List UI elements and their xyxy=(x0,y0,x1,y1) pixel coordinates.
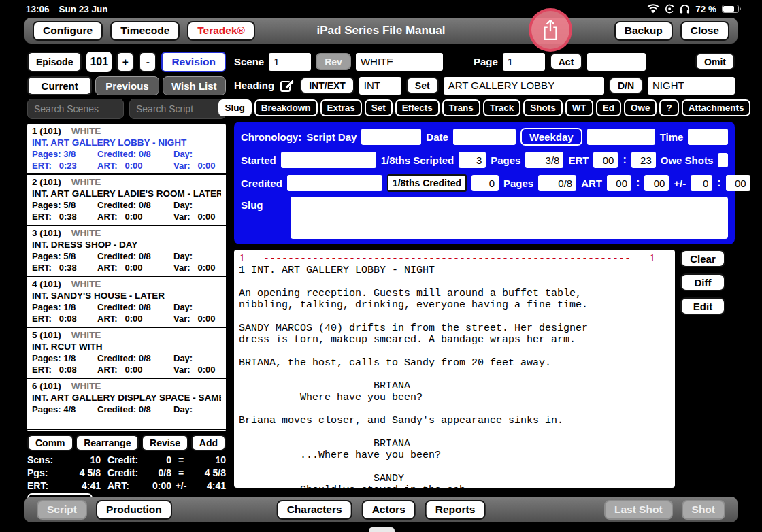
date-field[interactable] xyxy=(453,129,516,145)
clear-button[interactable]: Clear xyxy=(680,250,725,267)
ert-value: 4:41 xyxy=(60,480,101,491)
tab-set[interactable]: Set xyxy=(365,99,393,116)
tab-owe[interactable]: Owe xyxy=(624,99,657,116)
scene-number-field[interactable] xyxy=(269,53,311,71)
scene-var: Var: 0:00 xyxy=(173,160,221,171)
scene-list-item[interactable]: 2 (101)WHITE INT. ART GALLERY LADIE'S RO… xyxy=(27,175,226,226)
rev-color-field[interactable] xyxy=(356,53,443,71)
comm-button[interactable]: Comm xyxy=(27,435,73,451)
omit-button[interactable]: Omit xyxy=(695,53,735,70)
scene-var: Var: 0:00 xyxy=(173,313,221,325)
set-field[interactable] xyxy=(444,77,604,95)
plus-minus-field-1[interactable] xyxy=(691,175,712,191)
search-script-input[interactable] xyxy=(129,99,226,119)
last-shot-button[interactable]: Last Shot xyxy=(604,500,673,520)
tab-extras[interactable]: Extras xyxy=(320,99,362,116)
tab-current[interactable]: Current xyxy=(27,76,92,95)
scene-list-item[interactable]: 5 (101)WHITE INT. RCUT WITH Pages: 1/8Cr… xyxy=(27,328,226,379)
scene-list[interactable]: 1 (101)WHITE INT. ART GALLERY LOBBY - NI… xyxy=(27,124,226,431)
tab-slug[interactable]: Slug xyxy=(218,99,252,116)
scene-day: Day: xyxy=(173,301,221,313)
act-button[interactable]: Act xyxy=(550,53,583,70)
shot-button[interactable]: Shot xyxy=(682,500,725,520)
scene-art: ART: 0:00 xyxy=(97,262,173,273)
totals-scenes-row: Scns: 10 Credit: 0 = 10 xyxy=(27,454,226,465)
art-hours-field[interactable] xyxy=(607,175,631,191)
actors-button[interactable]: Actors xyxy=(362,500,416,520)
tab-effects[interactable]: Effects xyxy=(395,99,440,116)
rearrange-button[interactable]: Rearrange xyxy=(76,435,139,451)
totals-ert-row: ERT: 4:41 ART: 0:00 +/- 4:41 xyxy=(27,480,226,491)
revision-button[interactable]: Revision xyxy=(161,52,226,72)
colon-separator: : xyxy=(717,177,720,189)
episode-minus-button[interactable]: - xyxy=(139,52,156,72)
production-button[interactable]: Production xyxy=(96,500,172,520)
weekday-button[interactable]: Weekday xyxy=(520,128,582,146)
episode-plus-button[interactable]: + xyxy=(116,52,134,72)
edit-heading-icon[interactable] xyxy=(279,78,295,94)
script-button[interactable]: Script xyxy=(37,500,87,520)
dn-field[interactable] xyxy=(648,77,735,95)
ert-hours-field[interactable] xyxy=(593,152,618,168)
scene-rev-color: WHITE xyxy=(71,227,101,239)
scene-list-item[interactable]: 1 (101)WHITE INT. ART GALLERY LOBBY - NI… xyxy=(27,124,226,175)
tab-wt[interactable]: WT xyxy=(565,99,593,116)
slug-textarea[interactable] xyxy=(291,197,728,239)
reports-button[interactable]: Reports xyxy=(425,500,486,520)
weekday-field[interactable] xyxy=(587,129,655,145)
eighths-scripted-field[interactable] xyxy=(459,152,486,168)
page-number-field[interactable] xyxy=(503,53,545,71)
tab-trans[interactable]: Trans xyxy=(442,99,480,116)
tab-previous[interactable]: Previous xyxy=(95,76,159,95)
scene-list-item[interactable]: 3 (101)WHITE INT. DRESS SHOP - DAY Pages… xyxy=(27,226,226,277)
episode-button[interactable]: Episode xyxy=(27,52,82,72)
scene-ert: ERT: 0:08 xyxy=(32,313,97,325)
tab-shots[interactable]: Shots xyxy=(523,99,563,116)
owe-shots-checkbox[interactable] xyxy=(718,153,728,167)
art-minutes-field[interactable] xyxy=(644,175,669,191)
tab-question[interactable]: ? xyxy=(659,99,678,116)
search-scenes-input[interactable] xyxy=(27,99,124,119)
edit-button[interactable]: Edit xyxy=(680,297,725,315)
set-button[interactable]: Set xyxy=(406,77,439,94)
dn-button[interactable]: D/N xyxy=(609,77,643,94)
scene-day: Day: xyxy=(173,250,221,262)
act-field[interactable] xyxy=(587,53,646,71)
rev-button[interactable]: Rev xyxy=(316,53,351,70)
eighths-credited-field[interactable] xyxy=(471,175,499,191)
share-button[interactable] xyxy=(529,8,572,52)
ert-minutes-field[interactable] xyxy=(631,152,656,168)
add-button[interactable]: Add xyxy=(191,435,226,451)
script-preview[interactable]: 1 --------------------------------------… xyxy=(234,250,675,488)
episode-number-field[interactable]: 101 xyxy=(86,52,112,72)
pages-scripted-field[interactable] xyxy=(525,152,563,168)
credited-field[interactable] xyxy=(287,175,382,191)
diff-button[interactable]: Diff xyxy=(680,273,725,291)
close-button[interactable]: Close xyxy=(680,21,729,41)
pages-credited-field[interactable] xyxy=(538,175,576,191)
tab-ed[interactable]: Ed xyxy=(596,99,621,116)
timecode-button[interactable]: Timecode xyxy=(110,21,180,41)
scene-art: ART: 0:00 xyxy=(97,313,173,325)
time-field[interactable] xyxy=(688,129,728,145)
int-ext-button[interactable]: INT/EXT xyxy=(300,77,354,94)
scene-list-item[interactable]: 6 (101)WHITE INT. ART GALLERY DISPLAY SP… xyxy=(27,379,226,430)
eighths-credited-button[interactable]: 1/8ths Credited xyxy=(387,174,467,192)
scene-art: ART: 0:00 xyxy=(97,364,173,376)
backup-button[interactable]: Backup xyxy=(614,21,673,41)
plus-minus-field-2[interactable] xyxy=(726,175,750,191)
tab-breakdown[interactable]: Breakdown xyxy=(254,99,318,116)
scene-list-item[interactable]: 4 (101)WHITE INT. SANDY'S HOUSE - LATER … xyxy=(27,277,226,328)
script-day-field[interactable] xyxy=(361,129,421,145)
status-time: 13:06 xyxy=(26,4,50,14)
characters-button[interactable]: Characters xyxy=(277,500,352,520)
revise-button[interactable]: Revise xyxy=(142,435,188,451)
tab-attachments[interactable]: Attachments xyxy=(682,99,751,116)
teradek-button[interactable]: Teradek® xyxy=(187,21,255,41)
started-field[interactable] xyxy=(281,152,376,168)
tab-wish-list[interactable]: Wish List xyxy=(163,76,226,95)
configure-button[interactable]: Configure xyxy=(33,21,103,41)
pages-credited-label: Pages xyxy=(503,178,533,189)
int-ext-field[interactable] xyxy=(359,77,401,95)
tab-track[interactable]: Track xyxy=(483,99,520,116)
